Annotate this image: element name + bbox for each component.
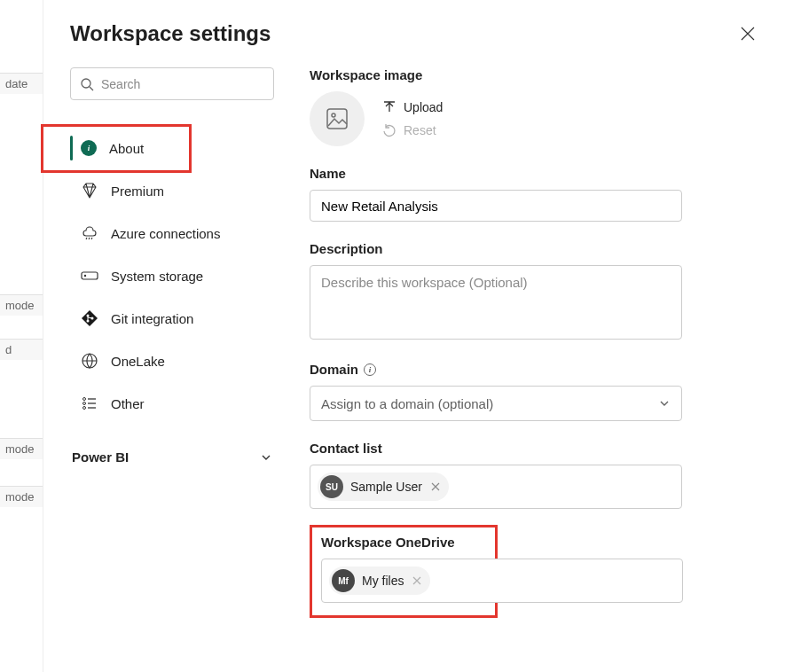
field-group-name: Name (310, 166, 682, 222)
search-box[interactable] (70, 67, 274, 100)
nav-item-about[interactable]: i About (70, 127, 274, 169)
right-column: Workspace image Upload Reset (310, 67, 682, 651)
avatar: SU (320, 475, 343, 498)
chip-remove-button[interactable] (429, 480, 442, 494)
onedrive-input[interactable]: Mf My files (321, 559, 683, 603)
nav-item-onelake[interactable]: OneLake (70, 340, 274, 382)
bg-text: mode (0, 294, 43, 316)
nav-label: Other (111, 396, 145, 411)
chip-remove-button[interactable] (411, 574, 423, 588)
domain-label: Domain i (310, 362, 682, 377)
reset-button: Reset (382, 123, 443, 137)
svg-line-1 (90, 87, 93, 90)
field-group-description: Description (310, 241, 682, 342)
nav-label: About (109, 141, 144, 156)
close-button[interactable] (737, 23, 758, 44)
image-label: Workspace image (310, 67, 682, 82)
chevron-down-icon (658, 397, 671, 410)
chip-label: My files (362, 574, 404, 588)
close-icon (412, 576, 421, 585)
nav-label: System storage (111, 269, 203, 284)
list-icon (81, 395, 98, 412)
section-label: Power BI (72, 449, 129, 465)
search-input[interactable] (101, 77, 264, 91)
upload-button[interactable]: Upload (382, 100, 443, 114)
panel-title: Workspace settings (70, 21, 271, 46)
avatar: Mf (332, 569, 355, 592)
nav-list: i About Premium Azure connections (70, 127, 274, 425)
bg-text: d (0, 339, 43, 360)
nav-label: Azure connections (111, 226, 220, 241)
domain-select[interactable]: Assign to a domain (optional) (310, 386, 682, 421)
svg-point-0 (82, 79, 90, 88)
description-input[interactable] (310, 265, 682, 340)
panel-header: Workspace settings (70, 21, 758, 46)
contact-chip: SU Sample User (318, 473, 449, 501)
onedrive-chip: Mf My files (329, 567, 430, 595)
svg-point-8 (83, 398, 86, 401)
diamond-icon (81, 182, 98, 199)
nav-item-git[interactable]: Git integration (70, 297, 274, 340)
svg-point-9 (83, 402, 86, 405)
search-icon (80, 77, 94, 91)
nav-item-storage[interactable]: System storage (70, 254, 274, 297)
nav-item-other[interactable]: Other (70, 382, 274, 425)
nav-label: Premium (111, 184, 164, 199)
section-powerbi[interactable]: Power BI (70, 446, 274, 468)
upload-label: Upload (404, 100, 443, 114)
onedrive-label: Workspace OneDrive (321, 535, 486, 550)
close-icon (431, 482, 440, 491)
bg-text: mode (0, 438, 43, 459)
globe-icon (81, 352, 98, 370)
upload-icon (382, 100, 396, 114)
field-group-contact: Contact list SU Sample User (310, 441, 682, 509)
info-icon[interactable]: i (364, 363, 376, 376)
contact-label: Contact list (310, 441, 682, 456)
git-icon (81, 309, 98, 327)
image-icon (325, 106, 349, 131)
nav-label: OneLake (111, 354, 165, 369)
nav-item-azure[interactable]: Azure connections (70, 212, 274, 254)
svg-point-3 (84, 275, 86, 277)
settings-panel: Workspace settings i About Premium (43, 0, 785, 672)
reset-icon (382, 123, 396, 137)
name-label: Name (310, 166, 682, 181)
left-column: i About Premium Azure connections (70, 67, 274, 651)
field-group-image: Workspace image Upload Reset (310, 67, 682, 146)
contact-input[interactable]: SU Sample User (310, 465, 682, 509)
close-icon (741, 27, 755, 41)
nav-label: Git integration (111, 311, 193, 326)
chip-label: Sample User (350, 480, 422, 494)
name-input[interactable] (310, 190, 682, 222)
workspace-image-placeholder (310, 91, 365, 146)
chevron-down-icon (260, 451, 272, 464)
nav-item-premium[interactable]: Premium (70, 169, 274, 212)
info-icon: i (81, 140, 97, 156)
svg-rect-2 (82, 272, 98, 279)
reset-label: Reset (404, 123, 436, 137)
storage-icon (81, 267, 98, 285)
svg-point-15 (332, 113, 335, 117)
svg-rect-14 (327, 109, 347, 129)
svg-point-10 (83, 407, 86, 410)
description-label: Description (310, 241, 682, 256)
field-group-onedrive: Workspace OneDrive Mf My files (310, 525, 498, 618)
bg-text: date (0, 73, 43, 94)
domain-placeholder: Assign to a domain (optional) (321, 396, 493, 411)
field-group-domain: Domain i Assign to a domain (optional) (310, 362, 682, 421)
bg-text: mode (0, 486, 43, 507)
cloud-icon (81, 224, 98, 242)
